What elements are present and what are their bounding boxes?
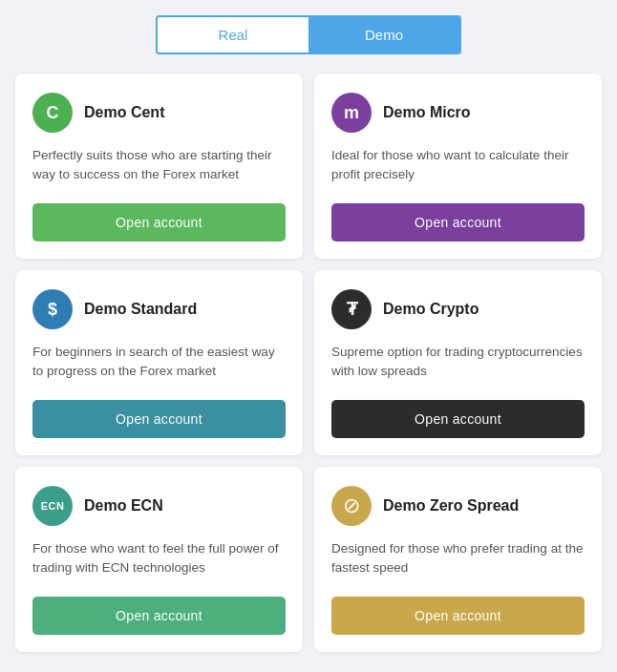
open-account-button[interactable]: Open account [331,203,585,242]
card-title: Demo Cent [84,104,164,121]
card-title: Demo Standard [84,301,197,318]
icon-letter: m [344,103,359,123]
real-tab[interactable]: Real [158,17,308,52]
card-header: ₮ Demo Crypto [331,289,585,329]
card-demo-standard: $ Demo Standard For beginners in search … [15,270,303,455]
toggle-group: Real Demo [156,15,461,54]
card-description: Perfectly suits those who are starting t… [32,146,286,186]
demo-tab[interactable]: Demo [308,17,459,52]
account-type-toggle: Real Demo [15,15,602,54]
cards-grid: C Demo Cent Perfectly suits those who ar… [15,74,602,652]
card-header: ⊘ Demo Zero Spread [331,486,585,526]
account-type-icon: $ [32,289,73,329]
card-title: Demo Crypto [383,301,479,318]
account-type-icon: ⊘ [331,486,372,526]
account-type-icon: ₮ [331,289,372,329]
card-title: Demo Zero Spread [383,497,519,514]
card-demo-zero-spread: ⊘ Demo Zero Spread Designed for those wh… [314,467,602,652]
card-title: Demo Micro [383,104,471,121]
account-type-icon: m [331,93,372,133]
card-description: Designed for those who prefer trading at… [331,539,585,579]
card-header: C Demo Cent [32,93,286,133]
account-type-icon: ECN [32,486,73,526]
card-title: Demo ECN [84,497,163,514]
icon-letter: ₮ [347,299,357,320]
open-account-button[interactable]: Open account [32,203,286,242]
zero-icon-text: ⊘ [343,495,360,516]
account-type-icon: C [32,93,73,133]
card-header: ECN Demo ECN [32,486,286,526]
icon-letter: $ [48,300,57,320]
card-description: Ideal for those who want to calculate th… [331,146,585,186]
ecn-icon-text: ECN [41,500,65,512]
icon-letter: C [47,103,59,123]
card-demo-crypto: ₮ Demo Crypto Supreme option for trading… [314,270,602,455]
open-account-button[interactable]: Open account [331,400,585,438]
open-account-button[interactable]: Open account [32,597,286,635]
open-account-button[interactable]: Open account [331,597,585,635]
card-description: For those who want to feel the full powe… [32,539,286,579]
card-header: m Demo Micro [331,93,585,133]
card-demo-ecn: ECN Demo ECN For those who want to feel … [15,467,303,652]
card-description: Supreme option for trading cryptocurrenc… [331,343,585,383]
card-demo-micro: m Demo Micro Ideal for those who want to… [314,74,602,259]
card-demo-cent: C Demo Cent Perfectly suits those who ar… [15,74,303,259]
open-account-button[interactable]: Open account [32,400,286,438]
card-description: For beginners in search of the easiest w… [32,343,286,383]
card-header: $ Demo Standard [32,289,286,329]
